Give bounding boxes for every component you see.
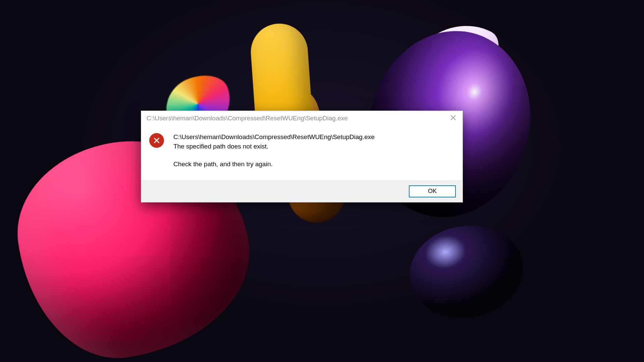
error-dialog: C:\Users\heman\Downloads\Compressed\Rese…: [141, 111, 463, 202]
error-icon: [149, 133, 164, 148]
message-line2: The specified path does not exist.: [173, 142, 375, 151]
message-path: C:\Users\heman\Downloads\Compressed\Rese…: [173, 132, 375, 142]
dialog-message: C:\Users\heman\Downloads\Compressed\Rese…: [173, 132, 375, 169]
dialog-footer: OK: [141, 180, 463, 202]
dialog-body: C:\Users\heman\Downloads\Compressed\Rese…: [141, 126, 463, 180]
wallpaper-shape: [402, 217, 530, 326]
titlebar[interactable]: C:\Users\heman\Downloads\Compressed\Rese…: [141, 111, 463, 126]
ok-button[interactable]: OK: [409, 185, 456, 197]
close-button[interactable]: [444, 111, 463, 126]
message-line3: Check the path, and then try again.: [173, 160, 375, 169]
close-icon: [450, 115, 456, 122]
window-title: C:\Users\heman\Downloads\Compressed\Rese…: [147, 115, 444, 122]
